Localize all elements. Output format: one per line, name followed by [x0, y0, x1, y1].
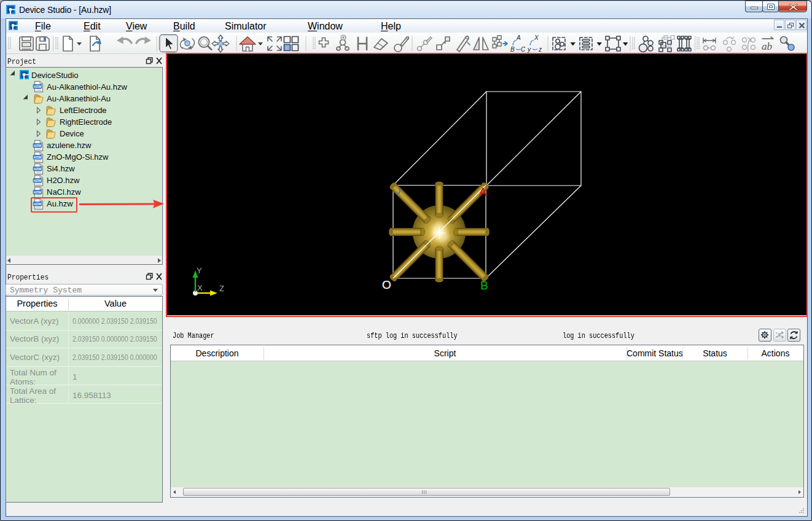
svg-text:C: C: [521, 46, 526, 53]
svg-text:ab: ab: [762, 41, 772, 52]
svg-text:y: y: [527, 46, 531, 53]
svg-text:A: A: [516, 34, 521, 41]
svg-text:X: X: [534, 34, 539, 41]
svg-text:B: B: [510, 46, 515, 53]
svg-text:z: z: [538, 46, 542, 53]
